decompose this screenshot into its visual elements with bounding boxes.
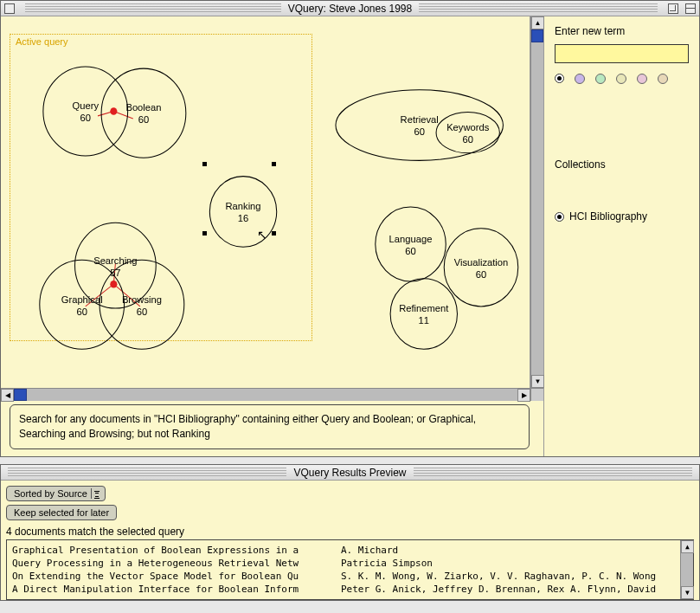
color-swatch[interactable] — [616, 74, 626, 84]
term-input[interactable] — [555, 44, 689, 63]
query-explanation: Search for any documents in "HCI Bibliog… — [10, 404, 530, 449]
term-label: Graphical — [61, 294, 103, 304]
hscroll-track[interactable] — [14, 389, 517, 401]
term-count: 60 — [476, 268, 486, 279]
canvas-hscroll[interactable]: ◀ ▶ — [1, 388, 530, 401]
term-label: Visualization — [454, 256, 509, 267]
titlebar-lines — [357, 468, 693, 478]
scroll-up-icon[interactable]: ▲ — [681, 540, 694, 553]
term-count: 60 — [414, 126, 424, 137]
titlebar-lines — [25, 3, 335, 14]
collection-item[interactable]: HCI Bibliography — [555, 210, 689, 223]
vscroll-track[interactable] — [681, 553, 693, 586]
color-radio[interactable] — [555, 74, 564, 83]
term-label: Refinement — [399, 303, 449, 313]
keep-button[interactable]: Keep selected for later — [6, 505, 117, 520]
result-title: Graphical Presentation of Boolean Expres… — [12, 545, 341, 556]
term-circle[interactable] — [100, 260, 184, 349]
selection-handle[interactable] — [272, 231, 276, 236]
scroll-left-icon[interactable]: ◀ — [1, 389, 14, 402]
scroll-up-icon[interactable]: ▲ — [531, 16, 544, 29]
vscroll-track[interactable] — [531, 29, 543, 375]
term-count: 16 — [238, 213, 248, 223]
collections-label: Collections — [555, 158, 689, 171]
vquery-window: VQuery: Steve Jones 1998 Active query Qu… — [0, 0, 700, 457]
results-vscroll[interactable]: ▲ ▼ — [680, 540, 693, 599]
collection-radio[interactable] — [555, 212, 564, 222]
term-label: Query — [73, 100, 100, 111]
intersection-dot[interactable] — [110, 107, 117, 115]
terms-layer: Query60Boolean60Ranking16Searching57Grap… — [1, 16, 530, 388]
titlebar[interactable]: VQuery: Steve Jones 1998 — [1, 1, 699, 16]
zoom-icon[interactable] — [668, 3, 678, 14]
term-label: Browsing — [122, 294, 162, 304]
result-author: S. K. M. Wong, W. Ziarko, V. V. Raghavan… — [341, 571, 688, 582]
result-row[interactable]: Graphical Presentation of Boolean Expres… — [7, 544, 693, 557]
result-row[interactable]: On Extending the Vector Space Model for … — [7, 570, 693, 583]
enter-term-label: Enter new term — [555, 25, 689, 37]
titlebar-lines — [349, 3, 658, 14]
scroll-corner — [530, 388, 543, 401]
selection-handle[interactable] — [202, 231, 207, 236]
color-swatch[interactable] — [595, 74, 606, 84]
result-row[interactable]: A Direct Manipulation Interface for Bool… — [7, 583, 693, 596]
close-icon[interactable] — [4, 3, 15, 14]
term-count: 11 — [419, 315, 429, 326]
term-count: 60 — [405, 246, 415, 256]
term-count: 60 — [80, 113, 91, 123]
collapse-icon[interactable] — [685, 3, 696, 14]
sort-select[interactable]: Sorted by Source — [6, 486, 106, 501]
term-circle[interactable] — [376, 207, 446, 281]
results-titlebar[interactable]: VQuery Results Preview — [1, 465, 699, 481]
color-swatches — [555, 74, 689, 84]
hscroll-thumb[interactable] — [14, 389, 27, 401]
term-label: Retrieval — [401, 114, 439, 125]
term-circle[interactable] — [444, 229, 518, 306]
color-swatch[interactable] — [658, 74, 668, 84]
term-circle[interactable] — [436, 113, 499, 153]
results-window: VQuery Results Preview Sorted by Source … — [0, 464, 700, 601]
scroll-down-icon[interactable]: ▼ — [531, 375, 544, 388]
result-author: A. Michard — [341, 545, 688, 556]
results-list: ▲ ▼ Graphical Presentation of Boolean Ex… — [6, 539, 694, 600]
result-author: Patricia Simpson — [341, 558, 688, 569]
result-author: Peter G. Anick, Jeffrey D. Brennan, Rex … — [341, 584, 688, 595]
result-row[interactable]: Query Processing in a Heterogeneous Retr… — [7, 557, 693, 570]
term-count: 60 — [462, 134, 472, 145]
canvas-vscroll[interactable]: ▲ ▼ — [530, 16, 543, 388]
result-title: A Direct Manipulation Interface for Bool… — [12, 584, 341, 595]
color-swatch[interactable] — [637, 74, 647, 84]
term-circle[interactable] — [209, 177, 276, 248]
term-label: Ranking — [226, 201, 261, 211]
selection-handle[interactable] — [272, 162, 276, 166]
term-label: Keywords — [446, 122, 489, 132]
term-label: Language — [389, 234, 433, 244]
term-label: Boolean — [125, 102, 161, 113]
vscroll-thumb[interactable] — [531, 29, 543, 42]
scroll-right-icon[interactable]: ▶ — [517, 389, 530, 402]
collection-name: HCI Bibliography — [569, 210, 647, 223]
term-count: 60 — [138, 114, 149, 125]
term-count: 60 — [137, 306, 147, 316]
result-title: On Extending the Vector Space Model for … — [12, 571, 341, 582]
titlebar-lines — [8, 468, 344, 478]
selection-handle[interactable] — [202, 162, 207, 166]
result-title: Query Processing in a Heterogeneous Retr… — [12, 558, 341, 569]
query-canvas[interactable]: Active query Query60Boolean60Ranking16Se… — [1, 16, 530, 388]
term-circle[interactable] — [390, 279, 457, 350]
match-count-text: 4 documents match the selected query — [6, 526, 694, 538]
side-panel: Enter new term Collections HCI Bibliogra… — [543, 16, 699, 456]
intersection-dot[interactable] — [110, 281, 117, 288]
color-swatch[interactable] — [575, 74, 585, 84]
term-count: 60 — [76, 306, 87, 316]
scroll-down-icon[interactable]: ▼ — [681, 586, 694, 599]
